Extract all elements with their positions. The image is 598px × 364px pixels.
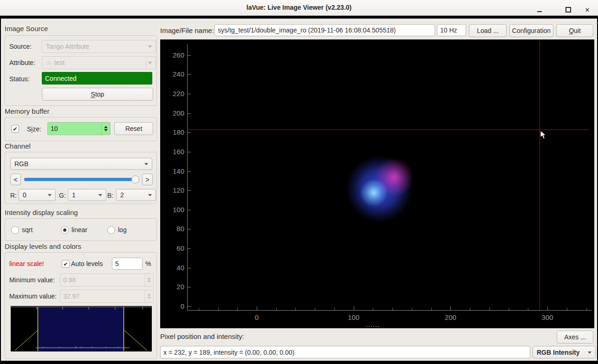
x-minor-tick xyxy=(567,308,567,310)
radio-log-label: log xyxy=(118,226,127,234)
y-tick-label: 0 xyxy=(160,302,184,310)
x-tick-label: 0 xyxy=(245,313,268,321)
y-tick-label: 40 xyxy=(160,264,184,272)
y-axis-line xyxy=(187,44,188,310)
buffer-size-spinbox[interactable]: 10 xyxy=(47,122,110,135)
radio-linear[interactable] xyxy=(61,226,69,234)
y-tick-label: 160 xyxy=(160,148,184,156)
x-tick xyxy=(257,306,257,310)
buffer-size-value: 10 xyxy=(51,125,58,132)
y-tick-label: 240 xyxy=(160,70,184,78)
channel-slider-handle[interactable] xyxy=(131,176,139,183)
auto-levels-checkbox[interactable]: ✔ xyxy=(62,260,70,268)
y-tick xyxy=(187,287,191,287)
x-minor-tick xyxy=(528,308,528,310)
source-label: Source: xyxy=(9,43,32,50)
x-tick-label: 100 xyxy=(342,313,365,321)
max-value: 32.97 xyxy=(63,292,79,300)
x-minor-tick xyxy=(412,308,412,310)
y-tick xyxy=(187,132,191,133)
section-scaling: Intensity display scaling xyxy=(5,208,78,216)
maximize-icon[interactable] xyxy=(564,6,572,14)
y-tick-label: 200 xyxy=(160,109,184,117)
memory-buffer-checkbox[interactable]: ✔ xyxy=(11,125,19,133)
stop-button[interactable]: Stop xyxy=(42,88,153,101)
y-tick xyxy=(187,229,191,229)
reset-button[interactable]: Reset xyxy=(114,122,153,135)
radio-linear-label: linear xyxy=(72,226,87,234)
x-minor-tick xyxy=(315,308,315,310)
g-value: 1 xyxy=(72,191,76,199)
auto-levels-label: Auto levels xyxy=(71,260,103,267)
x-minor-tick xyxy=(218,308,219,310)
b-channel-select[interactable]: 2 xyxy=(116,189,156,201)
axes-button[interactable]: Axes ... xyxy=(557,331,593,344)
star-icon: ☆ xyxy=(46,59,52,66)
display-mode-select[interactable]: RGB Intensity xyxy=(533,346,596,358)
channel-next-button[interactable]: > xyxy=(142,174,153,185)
x-minor-tick xyxy=(373,308,373,310)
b-value: 2 xyxy=(120,191,124,199)
y-tick xyxy=(187,306,191,307)
y-tick-label: 140 xyxy=(160,167,184,175)
close-icon[interactable]: ✕ xyxy=(583,6,592,14)
min-value-spinbox: 0.98 xyxy=(60,273,154,286)
g-label: G: xyxy=(59,192,66,199)
x-minor-tick xyxy=(489,308,490,310)
radio-sqrt[interactable] xyxy=(11,226,19,234)
file-name-label: Image/File name: xyxy=(160,26,214,34)
y-tick xyxy=(187,55,191,56)
section-channel: Channel xyxy=(5,142,31,150)
status-label: Status: xyxy=(9,75,30,83)
auto-levels-input[interactable]: 5 xyxy=(112,258,143,270)
crosshair-vertical xyxy=(540,41,540,310)
beam-image xyxy=(160,39,594,328)
x-tick-label: 200 xyxy=(439,313,462,321)
radio-log[interactable] xyxy=(107,226,115,234)
percent-label: % xyxy=(145,260,151,267)
source-value: Tango Attribute xyxy=(46,43,89,50)
attribute-select: ☆ test xyxy=(42,56,156,69)
section-memory-buffer: Memory buffer xyxy=(5,107,49,115)
mouse-cursor-icon xyxy=(540,130,547,140)
quit-button[interactable]: Quit xyxy=(556,24,593,37)
display-mode-value: RGB Intensity xyxy=(537,349,580,356)
x-axis-line xyxy=(187,310,592,311)
x-minor-tick xyxy=(586,308,587,310)
channel-mode-value: RGB xyxy=(14,160,28,168)
r-channel-select[interactable]: 0 xyxy=(19,189,56,201)
minimize-icon[interactable] xyxy=(535,6,544,14)
x-tick-label: 300 xyxy=(536,313,559,321)
x-minor-tick xyxy=(295,308,296,310)
levels-histogram[interactable] xyxy=(11,306,152,351)
y-tick-label: 180 xyxy=(160,128,184,136)
radio-sqrt-label: sqrt xyxy=(22,226,32,234)
image-plot[interactable]: 0204060801001201401601802002202402600100… xyxy=(160,39,594,328)
channel-mode-select[interactable]: RGB xyxy=(10,158,152,170)
max-value-label: Maximum value: xyxy=(9,292,57,300)
spin-arrows[interactable] xyxy=(101,123,110,135)
combo-divider xyxy=(146,58,146,67)
window-title: laVue: Live Image Viewer (v2.23.0) xyxy=(0,4,598,11)
attribute-label: Attribute: xyxy=(9,59,35,66)
chevron-down-icon xyxy=(144,163,148,165)
pixel-readout-input[interactable]: x = 232, y = 189, intensity = (0.00, 0.0… xyxy=(160,346,530,358)
chevron-down-icon xyxy=(588,351,592,354)
channel-slider-track[interactable] xyxy=(24,178,139,181)
x-minor-tick xyxy=(199,308,199,310)
x-tick xyxy=(450,306,451,310)
file-name-input[interactable]: sys/tg_test/1/double_image_ro (2019-11-0… xyxy=(214,24,435,36)
y-tick xyxy=(187,171,191,172)
channel-prev-button[interactable]: < xyxy=(10,174,21,185)
y-tick-label: 80 xyxy=(160,225,184,233)
source-select: Tango Attribute xyxy=(42,40,156,53)
chevron-down-icon xyxy=(98,194,102,196)
g-channel-select[interactable]: 1 xyxy=(68,189,106,201)
load-button[interactable]: Load ... xyxy=(469,24,507,37)
splitter-handle[interactable] xyxy=(366,325,385,327)
size-label: Size: xyxy=(27,125,41,133)
chevron-down-icon xyxy=(148,194,152,196)
chevron-down-icon xyxy=(148,62,152,64)
x-tick xyxy=(354,306,354,310)
configuration-button[interactable]: Configuration xyxy=(509,24,553,37)
